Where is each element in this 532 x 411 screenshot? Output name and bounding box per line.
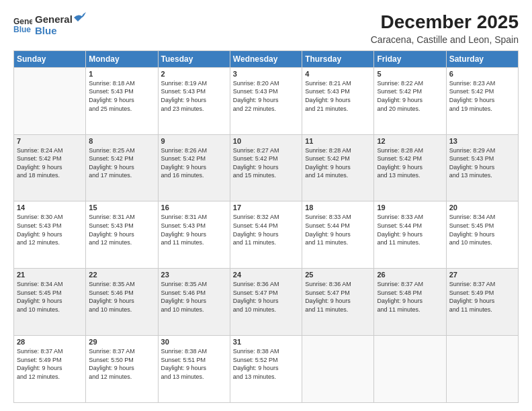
calendar-cell: 29Sunrise: 8:37 AMSunset: 5:50 PMDayligh… [86,336,158,403]
day-info: Sunrise: 8:27 AMSunset: 5:42 PMDaylight:… [233,146,299,180]
calendar-cell: 1Sunrise: 8:18 AMSunset: 5:43 PMDaylight… [86,67,158,134]
day-number: 4 [305,70,371,78]
calendar-cell [302,336,374,403]
calendar-week-row: 21Sunrise: 8:34 AMSunset: 5:45 PMDayligh… [14,269,519,336]
calendar-cell: 28Sunrise: 8:37 AMSunset: 5:49 PMDayligh… [14,336,86,403]
calendar-cell [374,336,446,403]
day-number: 10 [233,137,299,145]
day-number: 14 [17,203,83,212]
day-info: Sunrise: 8:26 AMSunset: 5:42 PMDaylight:… [161,146,227,180]
calendar-cell: 26Sunrise: 8:37 AMSunset: 5:48 PMDayligh… [374,269,446,336]
weekday-header-sunday: Sunday [14,50,86,67]
weekday-header-thursday: Thursday [302,50,374,67]
calendar-cell: 22Sunrise: 8:35 AMSunset: 5:46 PMDayligh… [86,269,158,336]
day-number: 27 [449,271,515,279]
day-info: Sunrise: 8:20 AMSunset: 5:43 PMDaylight:… [233,79,299,113]
page: General Blue General Blue December 2025 … [0,0,532,411]
weekday-header-tuesday: Tuesday [158,50,230,67]
day-number: 22 [89,271,154,279]
day-info: Sunrise: 8:37 AMSunset: 5:49 PMDaylight:… [449,280,515,314]
day-number: 13 [449,137,515,145]
calendar-cell: 17Sunrise: 8:32 AMSunset: 5:44 PMDayligh… [230,201,302,269]
day-number: 19 [377,203,443,212]
calendar-header-row: SundayMondayTuesdayWednesdayThursdayFrid… [14,50,519,67]
calendar-cell: 5Sunrise: 8:22 AMSunset: 5:42 PMDaylight… [374,67,446,134]
day-info: Sunrise: 8:37 AMSunset: 5:48 PMDaylight:… [377,280,443,314]
day-number: 23 [161,271,227,279]
day-number: 25 [305,271,371,279]
day-number: 7 [17,137,83,145]
day-info: Sunrise: 8:29 AMSunset: 5:43 PMDaylight:… [449,146,515,180]
day-info: Sunrise: 8:28 AMSunset: 5:42 PMDaylight:… [377,146,443,180]
weekday-header-friday: Friday [374,50,446,67]
day-info: Sunrise: 8:31 AMSunset: 5:43 PMDaylight:… [89,213,154,246]
day-info: Sunrise: 8:21 AMSunset: 5:43 PMDaylight:… [305,79,371,113]
calendar-table: SundayMondayTuesdayWednesdayThursdayFrid… [13,50,519,403]
day-number: 26 [377,271,443,279]
day-info: Sunrise: 8:38 AMSunset: 5:51 PMDaylight:… [161,347,227,381]
day-info: Sunrise: 8:23 AMSunset: 5:42 PMDaylight:… [449,79,515,113]
logo-blue: Blue [35,25,57,36]
header: General Blue General Blue December 2025 … [13,12,519,45]
calendar-cell: 18Sunrise: 8:33 AMSunset: 5:44 PMDayligh… [302,201,374,269]
day-info: Sunrise: 8:32 AMSunset: 5:44 PMDaylight:… [233,213,299,246]
calendar-cell: 11Sunrise: 8:28 AMSunset: 5:42 PMDayligh… [302,134,374,201]
weekday-header-monday: Monday [86,50,158,67]
day-number: 15 [89,203,154,212]
day-info: Sunrise: 8:36 AMSunset: 5:47 PMDaylight:… [305,280,371,314]
day-number: 24 [233,271,299,279]
day-info: Sunrise: 8:24 AMSunset: 5:42 PMDaylight:… [17,146,83,180]
logo-bird-icon [73,12,86,23]
day-number: 21 [17,271,83,279]
calendar-cell: 16Sunrise: 8:31 AMSunset: 5:43 PMDayligh… [158,201,230,269]
calendar-week-row: 1Sunrise: 8:18 AMSunset: 5:43 PMDaylight… [14,67,519,134]
calendar-cell: 8Sunrise: 8:25 AMSunset: 5:42 PMDaylight… [86,134,158,201]
weekday-header-saturday: Saturday [446,50,518,67]
calendar-cell [446,336,518,403]
day-number: 12 [377,137,443,145]
calendar-cell: 15Sunrise: 8:31 AMSunset: 5:43 PMDayligh… [86,201,158,269]
day-info: Sunrise: 8:34 AMSunset: 5:45 PMDaylight:… [449,213,515,246]
day-info: Sunrise: 8:37 AMSunset: 5:50 PMDaylight:… [89,347,154,381]
day-number: 16 [161,203,227,212]
day-number: 5 [377,70,443,78]
day-info: Sunrise: 8:37 AMSunset: 5:49 PMDaylight:… [17,347,83,381]
day-number: 9 [161,137,227,145]
calendar-cell: 6Sunrise: 8:23 AMSunset: 5:42 PMDaylight… [446,67,518,134]
day-info: Sunrise: 8:35 AMSunset: 5:46 PMDaylight:… [89,280,154,314]
day-info: Sunrise: 8:34 AMSunset: 5:45 PMDaylight:… [17,280,83,314]
calendar-cell: 3Sunrise: 8:20 AMSunset: 5:43 PMDaylight… [230,67,302,134]
day-number: 11 [305,137,371,145]
location-title: Caracena, Castille and Leon, Spain [371,34,519,45]
calendar-cell: 27Sunrise: 8:37 AMSunset: 5:49 PMDayligh… [446,269,518,336]
day-info: Sunrise: 8:18 AMSunset: 5:43 PMDaylight:… [89,79,154,113]
day-info: Sunrise: 8:35 AMSunset: 5:46 PMDaylight:… [161,280,227,314]
day-info: Sunrise: 8:33 AMSunset: 5:44 PMDaylight:… [377,213,443,246]
day-number: 2 [161,70,227,78]
day-info: Sunrise: 8:25 AMSunset: 5:42 PMDaylight:… [89,146,154,180]
calendar-cell: 7Sunrise: 8:24 AMSunset: 5:42 PMDaylight… [14,134,86,201]
day-info: Sunrise: 8:33 AMSunset: 5:44 PMDaylight:… [305,213,371,246]
calendar-cell: 4Sunrise: 8:21 AMSunset: 5:43 PMDaylight… [302,67,374,134]
logo-icon: General Blue [13,15,32,34]
title-area: December 2025 Caracena, Castille and Leo… [371,12,519,45]
day-number: 8 [89,137,154,145]
calendar-cell: 2Sunrise: 8:19 AMSunset: 5:43 PMDaylight… [158,67,230,134]
logo-general: General [35,13,73,25]
calendar-cell: 13Sunrise: 8:29 AMSunset: 5:43 PMDayligh… [446,134,518,201]
logo-text: General Blue [35,12,86,37]
calendar-cell: 30Sunrise: 8:38 AMSunset: 5:51 PMDayligh… [158,336,230,403]
calendar-cell: 25Sunrise: 8:36 AMSunset: 5:47 PMDayligh… [302,269,374,336]
day-number: 31 [233,338,299,346]
calendar-cell: 9Sunrise: 8:26 AMSunset: 5:42 PMDaylight… [158,134,230,201]
month-title: December 2025 [371,12,519,33]
day-info: Sunrise: 8:28 AMSunset: 5:42 PMDaylight:… [305,146,371,180]
day-info: Sunrise: 8:36 AMSunset: 5:47 PMDaylight:… [233,280,299,314]
calendar-cell: 12Sunrise: 8:28 AMSunset: 5:42 PMDayligh… [374,134,446,201]
day-info: Sunrise: 8:38 AMSunset: 5:52 PMDaylight:… [233,347,299,381]
calendar-cell: 23Sunrise: 8:35 AMSunset: 5:46 PMDayligh… [158,269,230,336]
day-number: 17 [233,203,299,212]
calendar-week-row: 14Sunrise: 8:30 AMSunset: 5:43 PMDayligh… [14,201,519,269]
calendar-week-row: 28Sunrise: 8:37 AMSunset: 5:49 PMDayligh… [14,336,519,403]
calendar-cell: 24Sunrise: 8:36 AMSunset: 5:47 PMDayligh… [230,269,302,336]
